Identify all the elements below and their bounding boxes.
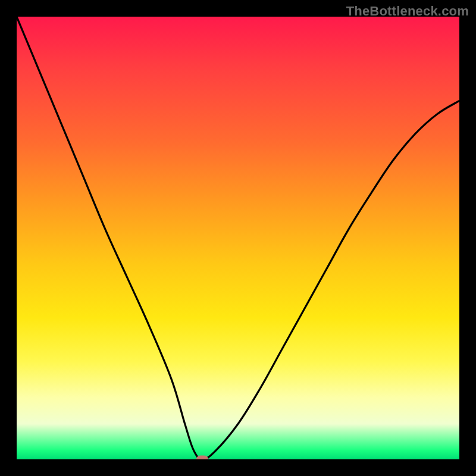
- optimal-point-marker: [196, 456, 208, 460]
- bottleneck-curve: [17, 17, 459, 459]
- plot-area: [17, 17, 459, 459]
- chart-frame: TheBottleneck.com: [0, 0, 476, 476]
- curve-path: [17, 17, 459, 459]
